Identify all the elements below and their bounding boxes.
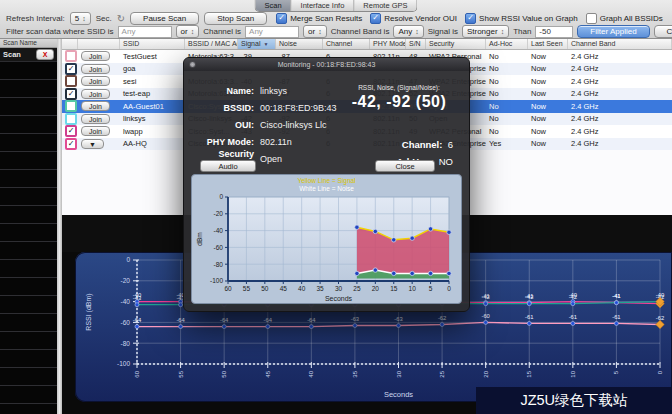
sec-label: Sec. [96,14,112,23]
toolbar-checkbox-0[interactable]: ✓Merge Scan Results [276,13,362,24]
than-value-input[interactable]: -50 [535,26,573,38]
chart-legend: Yellow Line = Signal White Line = Noise [192,175,461,193]
svg-text:55: 55 [178,370,184,377]
column-header-Security[interactable]: Security [426,38,486,49]
toolbar-checkbox-1[interactable]: ✓Resolve Vendor OUI [370,13,457,24]
checkbox-icon[interactable]: ✓ [276,13,287,24]
svg-text:-41: -41 [612,293,620,299]
refresh-icon[interactable]: ↻ [117,14,125,24]
cell-ssid: lwapp [120,127,185,136]
column-header-col1[interactable] [78,38,120,49]
graph-color-checkbox[interactable]: ✓ [65,63,77,75]
cell-band: 2.4 GHz [568,52,672,61]
column-header-Ad-Hoc[interactable]: Ad-Hoc [486,38,528,49]
column-header-SSID[interactable]: SSID [120,38,185,49]
cell-join: Join [78,101,120,111]
tab-remote-gps[interactable]: Remote GPS [354,0,416,11]
column-header-PHY Mode[interactable]: PHY Mode [370,38,406,49]
audio-button[interactable]: Audio [200,160,256,172]
scan-name-header: Scan Name [0,38,57,48]
monitor-chart-panel: Yellow Line = Signal White Line = Noise … [191,174,462,304]
close-scan-button[interactable]: X [36,49,54,60]
svg-text:55: 55 [243,285,251,292]
graph-color-checkbox[interactable]: ✓ [65,125,77,137]
join-button[interactable]: Join [81,126,110,136]
close-button[interactable]: Close [375,160,435,172]
legend-signal: Yellow Line = Signal [192,177,461,185]
cell-color: ✓ [62,125,78,137]
column-header-Channel[interactable]: Channel [323,38,370,49]
or-select-2[interactable]: or↕ [303,25,327,38]
graph-color-checkbox[interactable]: ✓ [65,88,77,100]
svg-text:-64: -64 [264,317,273,323]
svg-text:-100: -100 [117,360,130,367]
filter-applied-button[interactable]: Filter Applied [577,25,649,38]
svg-text:-62: -62 [438,315,446,321]
svg-text:-43: -43 [133,295,141,301]
join-button[interactable]: Join [81,114,110,124]
join-button[interactable]: Join [81,64,110,74]
dialog-title-bar[interactable]: Monitoring - 00:18:F8:ED:98:43 [184,58,469,71]
pause-scan-button[interactable]: Pause Scan [130,12,199,25]
svg-text:20: 20 [483,370,489,377]
channel-readout: Channel: 6 [402,139,453,150]
svg-text:30: 30 [335,285,343,292]
checkbox-icon[interactable] [586,13,597,24]
svg-text:0: 0 [219,193,223,200]
monitoring-dialog: Monitoring - 00:18:F8:ED:98:43 Name:link… [183,57,470,312]
cell-join: ▼ [78,139,120,149]
cell-adhoc: No [486,102,528,111]
checkbox-icon[interactable]: ✓ [370,13,381,24]
join-button[interactable]: Join [81,101,110,111]
cell-color: ✓ [62,63,78,75]
signal-strength-select[interactable]: Stronger↕ [462,25,509,38]
join-button[interactable]: Join [81,51,110,61]
ssid-filter-input[interactable]: Any [118,26,172,38]
tab-interface-info[interactable]: Interface Info [292,0,355,11]
column-header-col0[interactable] [62,38,78,49]
refresh-interval-select[interactable]: 5↕ [70,12,91,25]
cell-join: Join [78,51,120,61]
graph-color-checkbox[interactable] [65,100,77,112]
column-header-S/N[interactable]: S/N [406,38,426,49]
scan-item-label: Scan [3,50,21,59]
join-button[interactable]: Join [81,89,110,99]
cell-seen: Now [528,64,568,73]
cell-join: Join [78,114,120,124]
scan-list-sidebar: Scan Name Scan X [0,38,57,414]
connected-button[interactable]: ▼ [81,139,104,149]
column-header-Noise[interactable]: Noise [276,38,323,49]
column-header-Last Seen[interactable]: Last Seen [528,38,568,49]
checkbox-icon[interactable]: ✓ [465,13,476,24]
stop-scan-button[interactable]: Stop Scan [204,12,267,25]
monitor-chart: 0-20-40-60-80-10060555045403530252015105… [192,193,461,303]
scan-list-item[interactable]: Scan X [0,48,57,62]
column-header-Channel Band[interactable]: Channel Band [568,38,672,49]
column-header-Signal[interactable]: Signal▼ [238,38,276,49]
graph-color-checkbox[interactable] [65,50,77,62]
tab-scan[interactable]: Scan [255,0,291,11]
column-header-BSSID / MAC Add...[interactable]: BSSID / MAC Add... [185,38,238,49]
cell-color [62,113,78,125]
clear-filter-button[interactable]: Clear Filter [654,25,672,38]
toolbar-checkbox-2[interactable]: ✓Show RSSI Value on Graph [465,13,578,24]
graph-color-checkbox[interactable] [65,75,77,87]
field-label: Name: [190,86,254,96]
rssi-readout-value: -42, -92 (50) [333,93,465,111]
svg-text:-80: -80 [214,261,224,268]
graph-color-checkbox[interactable] [65,113,77,125]
svg-text:-42: -42 [525,294,533,300]
cell-adhoc: No [486,52,528,61]
graph-color-checkbox[interactable]: ✓ [65,138,77,150]
join-button[interactable]: Join [81,76,110,86]
watermark: JZ5U绿色下载站www.jz5u.com [476,387,672,414]
close-window-icon[interactable] [189,61,196,68]
svg-text:30: 30 [396,370,402,377]
channel-band-select[interactable]: Any↕ [393,25,423,38]
table-header-row: SSIDBSSID / MAC Add...Signal▼NoiseChanne… [62,38,672,50]
or-select-1[interactable]: or↕ [176,25,200,38]
channel-filter-input[interactable]: Any [245,26,299,38]
svg-text:-64: -64 [220,317,229,323]
toolbar-checkbox-3[interactable]: Graph All BSSIDs [586,13,663,24]
svg-text:dBm: dBm [196,232,203,245]
